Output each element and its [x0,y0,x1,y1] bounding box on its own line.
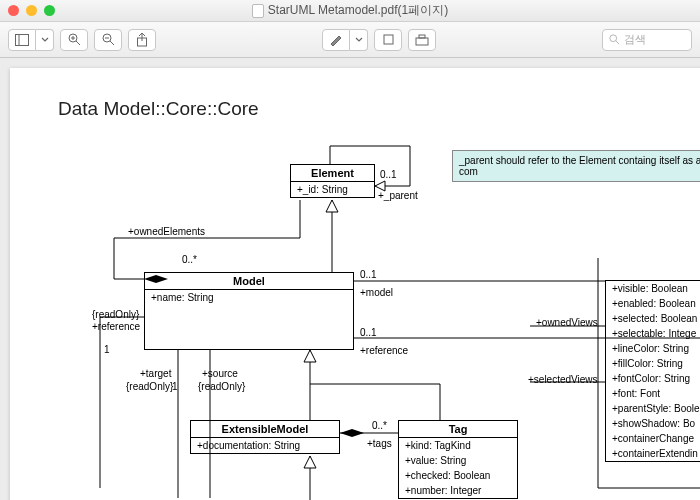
label: +tags [367,438,392,449]
label: +_parent [378,190,418,201]
note: _parent should refer to the Element cont… [452,150,700,182]
label: 0..1 [360,327,377,338]
label: 0..1 [360,269,377,280]
view-dropdown[interactable] [36,29,54,51]
search-placeholder: 검색 [624,32,646,47]
pdf-icon [252,4,264,18]
class-element: Element +_id: String [290,164,375,198]
label: +target [140,368,171,379]
markup-dropdown[interactable] [350,29,368,51]
class-name: Tag [399,421,517,438]
class-attr: +documentation: String [191,438,339,453]
toolbox-button[interactable] [408,29,436,51]
label: 1 [104,344,110,355]
class-name: Model [145,273,353,290]
class-attr: +name: String [145,290,353,305]
label: 0..1 [380,169,397,180]
diagram-title: Data Model::Core::Core [58,98,259,120]
class-tag: Tag +kind: TagKind +value: String +check… [398,420,518,499]
class-model: Model +name: String [144,272,354,350]
label: 1 [172,381,178,392]
annotate-segment [322,29,368,51]
label: +ownedElements [128,226,205,237]
svg-rect-12 [416,38,428,45]
view-segment [8,29,54,51]
class-name: Element [291,165,374,182]
svg-line-7 [110,41,114,45]
class-attr: +kind: TagKind [399,438,517,453]
toolbar: 검색 [0,22,700,58]
svg-rect-0 [16,34,29,45]
title-text: StarUML Metamodel.pdf(1페이지) [268,2,448,19]
share-button[interactable] [128,29,156,51]
class-attr: +value: String [399,453,517,468]
sidebar-button[interactable] [8,29,36,51]
svg-point-14 [610,35,617,42]
label: {readOnly} [92,309,139,320]
class-name: ExtensibleModel [191,421,339,438]
search-input[interactable]: 검색 [602,29,692,51]
class-attr: +checked: Boolean [399,468,517,483]
label: +reference [92,321,140,332]
svg-rect-11 [384,35,393,44]
svg-line-15 [616,41,619,44]
label: +reference [360,345,408,356]
label: 0..* [182,254,197,265]
label: +ownedViews [536,317,598,328]
rotate-button[interactable] [374,29,402,51]
label: 0..* [372,420,387,431]
diagram-lines [10,68,700,500]
window-title: StarUML Metamodel.pdf(1페이지) [0,2,700,19]
svg-marker-20 [340,429,364,437]
class-attr: +_id: String [291,182,374,197]
label: {readOnly} [126,381,173,392]
search-icon [609,34,620,45]
svg-marker-19 [304,350,316,362]
svg-line-3 [76,41,80,45]
document-area: Data Model::Core::Core _parent should re… [0,58,700,500]
svg-marker-18 [326,200,338,212]
zoom-in-button[interactable] [60,29,88,51]
class-extensiblemodel: ExtensibleModel +documentation: String [190,420,340,454]
svg-rect-13 [419,35,425,38]
class-attr: +number: Integer [399,483,517,498]
zoom-out-button[interactable] [94,29,122,51]
page: Data Model::Core::Core _parent should re… [10,68,700,500]
titlebar: StarUML Metamodel.pdf(1페이지) [0,0,700,22]
markup-button[interactable] [322,29,350,51]
svg-marker-21 [304,456,316,468]
class-view: +visible: Boolean +enabled: Boolean +sel… [605,280,700,462]
label: {readOnly} [198,381,245,392]
label: +model [360,287,393,298]
label: +source [202,368,238,379]
label: +selectedViews [528,374,598,385]
